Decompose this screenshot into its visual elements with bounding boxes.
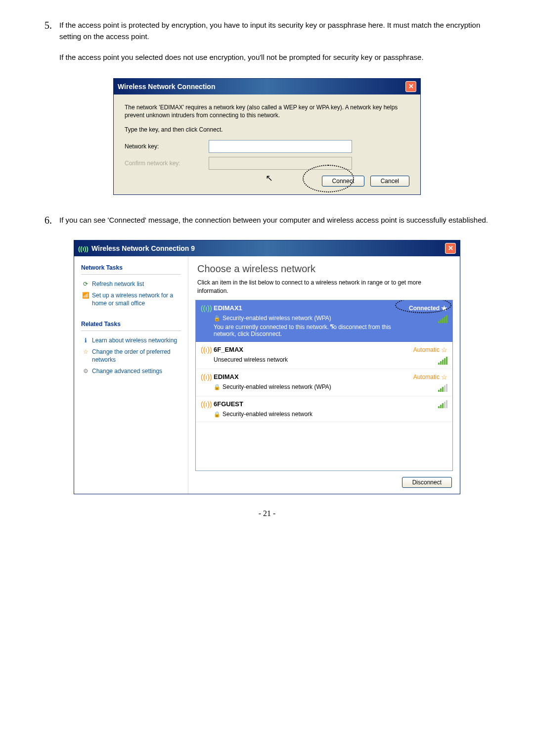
network-key-input[interactable] <box>209 140 352 153</box>
network-item-connected[interactable]: ((ı)) EDIMAX1 🔒Security-enabled wireless… <box>196 300 452 342</box>
learn-task[interactable]: ℹ Learn about wireless networking <box>74 335 188 347</box>
dialog1-title: Wireless Network Connection <box>118 83 215 91</box>
signal-bars <box>438 357 447 365</box>
network-list: ((ı)) EDIMAX1 🔒Security-enabled wireless… <box>195 300 453 471</box>
lock-icon: 🔒 <box>214 384 221 390</box>
signal-icon: ((ı)) <box>201 400 214 418</box>
choose-network-desc: Click an item in the list below to conne… <box>188 279 460 300</box>
step-5-text: If the access point is protected by encr… <box>59 20 490 42</box>
network-key-dialog: Wireless Network Connection ✕ The networ… <box>113 78 421 195</box>
dialog1-instruction: Type the key, and then click Connect. <box>125 126 409 134</box>
choose-network-header: Choose a wireless network <box>188 256 460 279</box>
star-icon: ☆ <box>441 373 447 381</box>
step-5-subtext: If the access point you selected does no… <box>59 52 490 63</box>
wireless-list-dialog: ((ı))Wireless Network Connection 9 ✕ Net… <box>74 240 460 494</box>
network-tasks-title: Network Tasks <box>74 262 188 274</box>
lock-icon: 🔒 <box>214 411 221 418</box>
star-icon: ☆ <box>441 346 447 354</box>
star-icon: ★ <box>441 304 447 312</box>
step-6-number: 6. <box>44 215 52 226</box>
cancel-button[interactable]: Cancel <box>370 176 409 187</box>
setup-icon: 📶 <box>81 292 90 299</box>
related-tasks-title: Related Tasks <box>74 319 188 331</box>
confirm-key-input <box>209 157 352 170</box>
signal-icon: ((ı)) <box>201 346 214 365</box>
dialog2-title: Wireless Network Connection 9 <box>91 244 195 252</box>
tasks-sidebar: Network Tasks ⟳ Refresh network list 📶 S… <box>74 256 188 494</box>
network-key-label: Network key: <box>125 143 209 150</box>
step-5-number: 5. <box>44 20 52 31</box>
gear-icon: ⚙ <box>81 368 90 375</box>
close-icon[interactable]: ✕ <box>445 243 456 254</box>
close-icon[interactable]: ✕ <box>405 81 416 92</box>
reorder-task[interactable]: ☆ Change the order of preferred networks <box>74 346 188 366</box>
network-item[interactable]: ((ı)) 6FGUEST 🔒Security-enabled wireless… <box>196 396 452 422</box>
disconnect-button[interactable]: Disconnect <box>402 477 452 488</box>
dialog1-desc: The network 'EDIMAX' requires a network … <box>125 103 409 120</box>
signal-bars <box>438 400 447 408</box>
advanced-task[interactable]: ⚙ Change advanced settings <box>74 366 188 378</box>
refresh-icon: ⟳ <box>81 281 90 287</box>
signal-bars <box>438 315 447 323</box>
signal-bars <box>438 384 447 392</box>
page-number: - 21 - <box>44 509 490 518</box>
star-icon: ☆ <box>81 348 90 355</box>
info-icon: ℹ <box>81 337 90 344</box>
setup-task[interactable]: 📶 Set up a wireless network for a home o… <box>74 290 188 309</box>
network-item[interactable]: ((ı)) EDIMAX 🔒Security-enabled wireless … <box>196 369 452 396</box>
signal-icon: ((ı)) <box>201 304 214 337</box>
cursor-icon: ↖ <box>266 173 273 184</box>
refresh-task[interactable]: ⟳ Refresh network list <box>74 279 188 290</box>
signal-icon: ((ı)) <box>201 373 214 392</box>
network-item[interactable]: ((ı)) 6F_EMAX Unsecured wireless network… <box>196 342 452 369</box>
confirm-key-label: Confirm network key: <box>125 160 209 167</box>
connect-button[interactable]: Connect <box>322 176 365 187</box>
lock-icon: 🔒 <box>214 315 221 322</box>
step-6-text: If you can see 'Connected' message, the … <box>59 215 490 226</box>
antenna-icon: ((ı)) <box>78 245 89 252</box>
